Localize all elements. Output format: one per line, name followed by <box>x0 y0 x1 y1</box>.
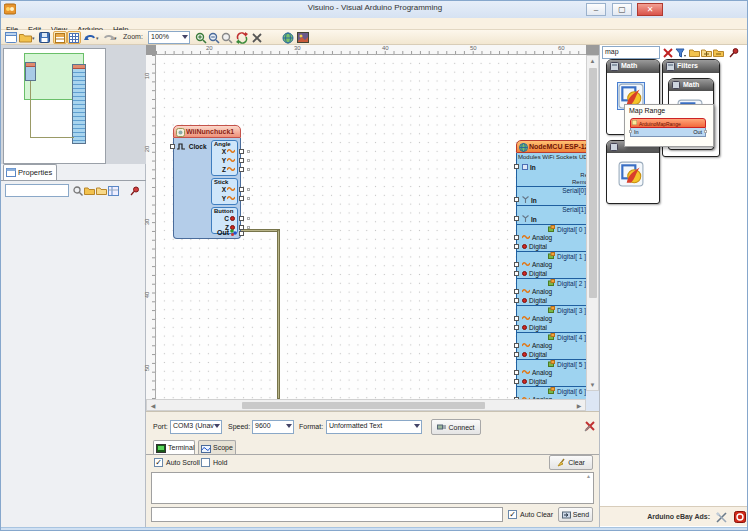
terminal-scroll-up-icon[interactable]: ▲ <box>586 473 591 479</box>
ads-tools-icon[interactable] <box>716 512 728 523</box>
properties-view-icon[interactable] <box>108 185 119 196</box>
pin-socket[interactable] <box>239 158 244 163</box>
pin-socket[interactable] <box>514 164 519 169</box>
toggle-grid-icon[interactable] <box>67 31 81 44</box>
undo-icon[interactable] <box>83 31 97 44</box>
map-range-component-icon[interactable] <box>618 161 646 189</box>
new-project-icon[interactable] <box>4 31 18 44</box>
open-dropdown-icon[interactable]: ▾ <box>32 35 35 41</box>
pin-stick-y[interactable]: Y <box>213 194 236 203</box>
pin-socket[interactable] <box>514 352 519 357</box>
format-combobox[interactable]: Unformatted Text <box>326 420 422 434</box>
toggle-toolbox-icon[interactable] <box>53 31 67 44</box>
nodemcu-block[interactable]: NodeMCU ESP-12 Modules WiFi Sockets UDIn… <box>516 140 586 399</box>
undo-dropdown-icon[interactable]: ▾ <box>96 35 99 41</box>
canvas-vscrollbar[interactable]: ▲ ▼ <box>586 55 599 391</box>
out-pin[interactable]: Out <box>217 229 237 236</box>
pin-digital3-analog[interactable]: Analog <box>517 314 586 323</box>
properties-expand-icon[interactable] <box>84 185 95 196</box>
terminal-output[interactable] <box>151 472 594 504</box>
pin-socket[interactable] <box>514 370 519 375</box>
overview-minimap[interactable] <box>3 48 106 164</box>
pin-socket[interactable] <box>239 216 244 221</box>
pin-stick-x[interactable]: X <box>213 185 236 194</box>
filter-icon[interactable] <box>675 47 686 58</box>
minimize-button[interactable]: – <box>586 3 606 16</box>
expand-folders-icon[interactable] <box>701 47 712 58</box>
out-pin-socket[interactable] <box>239 231 244 236</box>
collapse-folders-icon[interactable] <box>713 47 724 58</box>
pin-socket[interactable] <box>239 187 244 192</box>
new-folder-icon[interactable] <box>689 47 700 58</box>
auto-clear-checkbox[interactable]: ✓Auto Clear <box>508 510 553 519</box>
design-canvas[interactable]: WiiNunchuck1 Clock AngleXYZStickXYButton… <box>156 55 586 399</box>
refresh-icon[interactable] <box>235 31 249 44</box>
scroll-down-icon[interactable]: ▼ <box>587 380 598 390</box>
properties-search-icon[interactable] <box>72 185 83 196</box>
zoom-in-icon[interactable] <box>194 31 208 44</box>
wiinunchuck-block[interactable]: WiiNunchuck1 Clock AngleXYZStickXYButton… <box>173 125 241 239</box>
pin-socket[interactable] <box>514 298 519 303</box>
hscroll-thumb[interactable] <box>242 402 485 409</box>
pin-serial1-in[interactable]: In <box>517 214 586 224</box>
scroll-left-icon[interactable]: ◀ <box>149 401 157 411</box>
zoom-out-icon[interactable] <box>207 31 221 44</box>
pin-digital5-digital[interactable]: Digital <box>517 377 586 386</box>
pin-digital4-digital[interactable]: Digital <box>517 350 586 359</box>
pin-digital3-digital[interactable]: Digital <box>517 323 586 332</box>
pin-digital0-analog[interactable]: Analog <box>517 233 586 242</box>
pin-in[interactable]: In <box>517 162 586 172</box>
pin-angle-x[interactable]: X <box>213 147 236 156</box>
pin-socket[interactable] <box>514 244 519 249</box>
category-panel-partial[interactable] <box>606 140 660 204</box>
tab-scope[interactable]: Scope <box>198 440 236 454</box>
clock-pin-socket[interactable] <box>170 144 175 149</box>
maximize-button[interactable]: ▢ <box>612 3 632 16</box>
tab-properties[interactable]: Properties <box>3 164 57 180</box>
connect-button[interactable]: Connect <box>431 419 481 435</box>
zoom-combobox[interactable]: 100% <box>148 31 190 44</box>
image-icon[interactable] <box>296 31 310 44</box>
redo-icon[interactable] <box>101 31 115 44</box>
save-project-icon[interactable] <box>37 31 51 44</box>
pin-socket[interactable] <box>514 325 519 330</box>
clear-search-icon[interactable] <box>662 47 673 58</box>
delete-icon[interactable] <box>250 31 264 44</box>
pin-digital4-analog[interactable]: Analog <box>517 341 586 350</box>
scroll-right-icon[interactable]: ▶ <box>575 401 583 411</box>
scroll-up-icon[interactable]: ▲ <box>587 56 598 66</box>
pin-socket[interactable] <box>239 225 244 230</box>
redo-dropdown-icon[interactable]: ▾ <box>114 35 117 41</box>
pin-socket[interactable] <box>514 316 519 321</box>
toolbox-pin-icon[interactable] <box>728 47 739 58</box>
pin-socket[interactable] <box>514 197 519 202</box>
pin-serial0-in[interactable]: In <box>517 195 586 205</box>
canvas-hscrollbar[interactable]: ◀ ▶ <box>146 399 586 411</box>
hold-checkbox[interactable]: Hold <box>201 458 227 467</box>
vscroll-thumb[interactable] <box>589 68 597 298</box>
pin-digital2-digital[interactable]: Digital <box>517 296 586 305</box>
pin-socket[interactable] <box>239 149 244 154</box>
pin-socket[interactable] <box>239 167 244 172</box>
speed-combobox[interactable]: 9600 <box>252 420 294 434</box>
pin-digital1-digital[interactable]: Digital <box>517 269 586 278</box>
connection-wire[interactable] <box>277 229 280 399</box>
pin-socket[interactable] <box>514 235 519 240</box>
properties-pin-icon[interactable] <box>129 185 140 196</box>
pin-socket[interactable] <box>514 343 519 348</box>
send-button[interactable]: Send <box>558 507 593 522</box>
pin-angle-z[interactable]: Z <box>213 165 236 174</box>
tab-terminal[interactable]: Terminal <box>153 440 195 455</box>
zoom-reset-icon[interactable] <box>220 31 234 44</box>
properties-filter-input[interactable] <box>5 184 69 197</box>
open-project-icon[interactable] <box>18 31 32 44</box>
disconnect-icon[interactable] <box>584 420 596 432</box>
close-button[interactable]: ✕ <box>637 3 663 16</box>
pin-digital5-analog[interactable]: Analog <box>517 368 586 377</box>
pin-socket[interactable] <box>514 289 519 294</box>
pin-socket[interactable] <box>514 271 519 276</box>
pin-socket[interactable] <box>239 196 244 201</box>
globe-icon[interactable] <box>281 31 295 44</box>
pin-socket[interactable] <box>514 379 519 384</box>
send-input[interactable] <box>151 507 503 522</box>
